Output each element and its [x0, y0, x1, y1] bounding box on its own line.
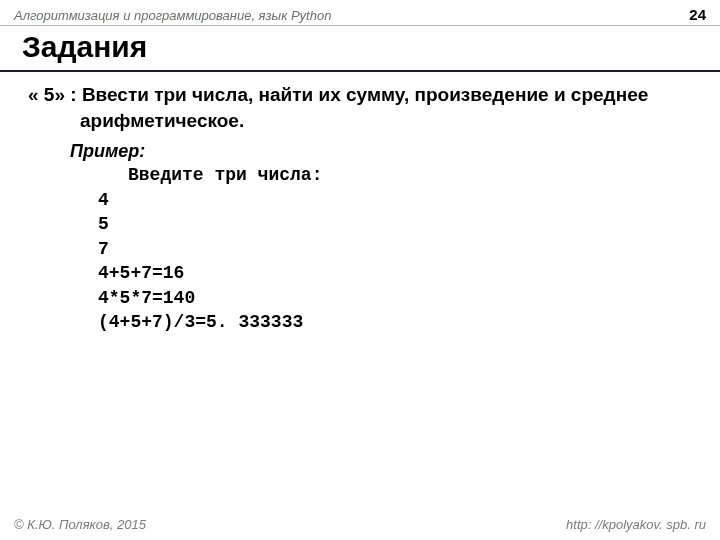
example-label: Пример: [70, 141, 692, 162]
code-line: 4 [98, 189, 692, 212]
code-line: 4+5+7=16 [98, 262, 692, 285]
code-line: 7 [98, 238, 692, 261]
content-area: « 5» : Ввести три числа, найти их сумму,… [0, 72, 720, 334]
code-line: 5 [98, 213, 692, 236]
subject-line: Алгоритмизация и программирование, язык … [14, 8, 331, 23]
page-number: 24 [689, 6, 706, 23]
task-block: « 5» : Ввести три числа, найти их сумму,… [28, 82, 692, 133]
page-title: Задания [0, 26, 720, 72]
footer-url: http: //kpolyakov. spb. ru [566, 517, 706, 532]
slide-footer: © К.Ю. Поляков, 2015 http: //kpolyakov. … [0, 517, 720, 532]
code-line: (4+5+7)/3=5. 333333 [98, 311, 692, 334]
task-label: « 5» : [28, 84, 77, 105]
slide-header: Алгоритмизация и программирование, язык … [0, 0, 720, 26]
task-text: Ввести три числа, найти их сумму, произв… [80, 84, 648, 131]
code-prompt: Введите три числа: [128, 164, 692, 187]
copyright-text: © К.Ю. Поляков, 2015 [14, 517, 146, 532]
code-line: 4*5*7=140 [98, 287, 692, 310]
